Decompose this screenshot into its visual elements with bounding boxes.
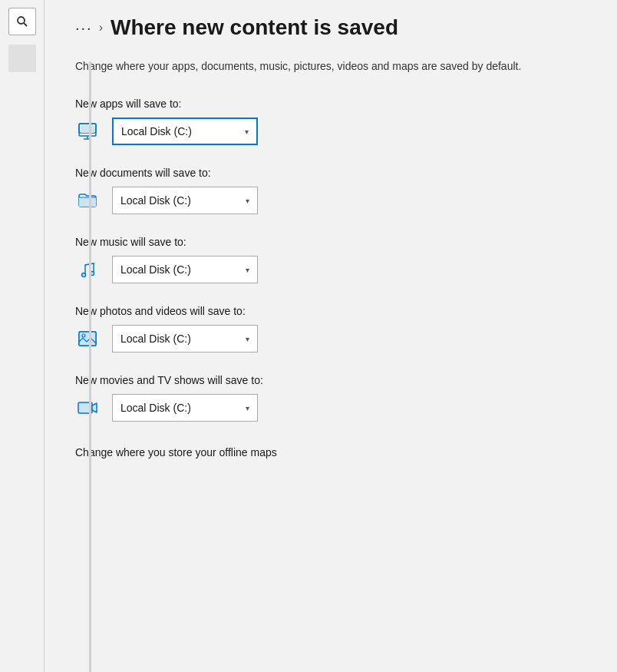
documents-dropdown-arrow: ▾ [246,197,249,205]
documents-dropdown[interactable]: Local Disk (C:) ▾ [112,187,258,214]
breadcrumb-arrow: › [99,21,103,35]
movies-dropdown-value: Local Disk (C:) [120,402,191,414]
movies-label: New movies and TV shows will save to: [75,374,586,386]
search-button[interactable] [8,8,36,35]
music-dropdown-arrow: ▾ [246,266,249,274]
page-container: ··· › Where new content is saved Change … [0,0,617,672]
photos-dropdown-arrow: ▾ [246,335,249,343]
left-accent-bar [89,61,91,672]
svg-rect-6 [81,125,94,133]
movies-setting-row: Local Disk (C:) ▾ [75,394,586,422]
music-icon [75,257,100,282]
svg-rect-7 [79,197,96,207]
apps-setting-row: Local Disk (C:) ▾ [75,118,586,145]
footer-section: Change where you store your offline maps [75,446,586,458]
documents-label: New documents will save to: [75,167,586,179]
photos-dropdown[interactable]: Local Disk (C:) ▾ [112,325,258,353]
music-label: New music will save to: [75,236,586,248]
music-dropdown-value: Local Disk (C:) [120,263,191,276]
footer-text: Change where you store your offline maps [75,446,586,458]
movies-dropdown[interactable]: Local Disk (C:) ▾ [112,394,258,422]
apps-dropdown[interactable]: Local Disk (C:) ▾ [112,118,258,145]
music-setting: New music will save to: Local Disk (C:) … [75,236,586,283]
breadcrumb-dots: ··· [75,19,93,37]
photos-setting-row: Local Disk (C:) ▾ [75,325,586,353]
folder-icon [75,188,100,213]
apps-setting: New apps will save to: Local Disk (C [75,98,586,145]
photo-icon [75,326,100,351]
sidebar-selected-item [8,45,36,72]
svg-point-8 [82,273,86,277]
page-title: Where new content is saved [111,15,398,40]
apps-dropdown-arrow: ▾ [245,127,249,136]
video-icon [75,396,100,420]
computer-icon [75,119,100,144]
settings-section: New apps will save to: Local Disk (C [75,98,586,422]
music-dropdown[interactable]: Local Disk (C:) ▾ [112,256,258,283]
sidebar [0,0,45,672]
svg-point-0 [18,17,25,24]
documents-dropdown-value: Local Disk (C:) [120,194,191,207]
movies-setting: New movies and TV shows will save to: Lo… [75,374,586,422]
page-description: Change where your apps, documents, music… [75,58,586,74]
photos-dropdown-value: Local Disk (C:) [120,333,191,345]
apps-dropdown-value: Local Disk (C:) [121,125,192,137]
apps-label: New apps will save to: [75,98,586,110]
svg-line-1 [24,23,27,26]
photos-setting: New photos and videos will save to: Loca… [75,305,586,353]
page-header: ··· › Where new content is saved [75,15,586,40]
movies-dropdown-arrow: ▾ [246,404,249,412]
documents-setting-row: Local Disk (C:) ▾ [75,187,586,214]
music-setting-row: Local Disk (C:) ▾ [75,256,586,283]
content-area: ··· › Where new content is saved Change … [45,0,617,672]
photos-label: New photos and videos will save to: [75,305,586,317]
documents-setting: New documents will save to: Local Disk (… [75,167,586,214]
